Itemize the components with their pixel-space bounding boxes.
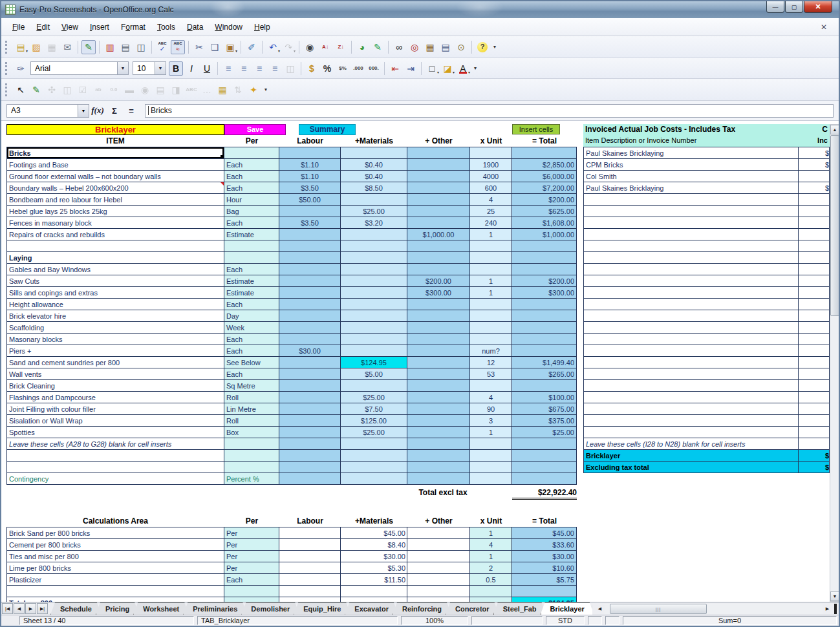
cell[interactable]: $8.50 [341,182,407,194]
cell[interactable] [6,586,224,597]
cell[interactable] [341,450,407,462]
help-icon[interactable]: ? [475,40,490,54]
cell[interactable] [279,527,341,539]
cell[interactable] [341,334,407,345]
cell[interactable]: Bag [224,206,279,217]
cell[interactable]: 2 [470,562,512,574]
cell[interactable] [407,586,470,597]
print-icon[interactable]: ▤ [118,40,133,54]
invoiced-summary-label[interactable]: Bricklayer [583,450,799,462]
cell[interactable] [6,462,224,473]
invoice-value-cell[interactable]: $ [799,159,830,171]
cell[interactable]: 1 [470,551,512,562]
cell[interactable]: $3.50 [279,217,341,229]
cell[interactable] [279,357,341,368]
chevron-down-icon[interactable]: ▾ [453,70,455,74]
copy-icon[interactable]: ❏ [208,40,222,54]
option-button-icon[interactable]: ◉ [138,83,152,97]
chevron-down-icon[interactable]: ▼ [155,62,166,74]
cell[interactable]: Lime per 800 bricks [6,562,224,574]
cell[interactable]: $3.20 [341,217,407,229]
number-format-percent-icon[interactable]: % [320,61,334,76]
cell[interactable] [407,159,470,171]
sheet-tab-pricing[interactable]: Pricing [96,602,139,615]
cut-icon[interactable]: ✂ [192,40,206,54]
cell[interactable]: $300.00 [512,287,577,299]
sheet-tab-demolisher[interactable]: Demolisher [241,602,299,615]
cell[interactable]: $375.00 [512,415,577,427]
previous-sheet-icon[interactable]: ◀ [14,603,25,614]
menu-item-edit[interactable]: Edit [30,20,56,34]
invoice-value-cell[interactable] [799,252,830,264]
cell[interactable]: Saw Cuts [6,275,224,287]
invoice-value-cell[interactable] [799,403,830,415]
invoice-value-cell[interactable]: $ [799,450,830,462]
cell[interactable] [407,427,470,438]
cell[interactable] [279,551,341,562]
cell[interactable] [341,597,407,602]
edit-file-icon[interactable]: ✎ [81,40,96,54]
menu-item-help[interactable]: Help [248,20,276,34]
invoice-description-cell[interactable]: CPM Bricks [583,159,799,171]
cell[interactable] [470,240,512,252]
cell[interactable] [407,392,470,403]
invoice-value-cell[interactable] [799,240,830,252]
more-controls-icon[interactable]: … [200,83,214,97]
cell[interactable] [341,380,407,392]
control-properties-icon[interactable]: ✣ [45,83,59,97]
cell[interactable] [407,473,470,485]
cell[interactable] [407,264,470,275]
invoice-description-cell[interactable] [583,334,799,345]
chevron-down-icon[interactable]: ▾ [437,70,439,74]
cell[interactable]: $2,850.00 [512,159,577,171]
toolbar-grip[interactable] [5,83,10,96]
invoice-value-cell[interactable] [799,357,830,368]
cell[interactable] [407,171,470,182]
bold-icon[interactable]: B [169,61,183,76]
cell[interactable]: $675.00 [512,403,577,415]
cell[interactable] [279,147,341,159]
cell[interactable] [470,450,512,462]
menu-item-data[interactable]: Data [181,20,209,34]
cell[interactable] [407,462,470,473]
number-format-standard-icon[interactable]: $% [336,61,350,76]
cell[interactable]: Sisalation or Wall Wrap [6,415,224,427]
format-paintbrush-icon[interactable]: ✐ [244,40,259,54]
cell[interactable]: 600 [470,182,512,194]
cell[interactable] [407,539,470,551]
cell[interactable]: $33.60 [512,539,577,551]
cell[interactable]: 3 [470,415,512,427]
cell[interactable]: $300.00 [407,287,470,299]
formatted-field-icon[interactable]: 0.0 [107,83,121,97]
cell[interactable]: $1,000.00 [512,229,577,240]
cell[interactable] [341,462,407,473]
horizontal-scrollbar-thumb[interactable]: ||| [610,604,707,614]
cell[interactable] [407,357,470,368]
label-field-icon[interactable]: ABC [184,83,199,97]
window-split-handle[interactable] [834,604,837,614]
cell[interactable] [341,229,407,240]
cell[interactable]: $30.00 [341,551,407,562]
cell[interactable]: Laying [6,252,224,264]
cell[interactable] [279,310,341,322]
zoom-icon[interactable]: ⊙ [454,40,468,54]
cell[interactable]: Contingency [6,473,224,485]
invoice-description-cell[interactable] [583,322,799,334]
cell[interactable] [279,287,341,299]
cell[interactable] [279,450,341,462]
align-justify-icon[interactable]: ≡ [268,61,282,76]
scroll-right-icon[interactable]: ▶ [823,604,832,614]
invoiced-note-cell[interactable]: Leave these cells (I28 to N28) blank for… [583,438,799,450]
title-bar[interactable]: Easy-Pro Screenshots - OpenOffice.org Ca… [1,1,839,18]
borders-icon[interactable]: □▾ [425,61,439,76]
push-button-icon[interactable]: ▬ [122,83,136,97]
sum-icon[interactable]: Σ [106,106,123,116]
cell[interactable]: 1900 [470,159,512,171]
data-sources-icon[interactable]: ▤ [438,40,453,54]
cell[interactable]: 12 [470,357,512,368]
cell[interactable]: Each [224,574,279,586]
cell[interactable] [279,299,341,310]
invoice-value-cell[interactable] [799,264,830,275]
cell[interactable] [407,299,470,310]
cell[interactable]: $5.30 [341,562,407,574]
